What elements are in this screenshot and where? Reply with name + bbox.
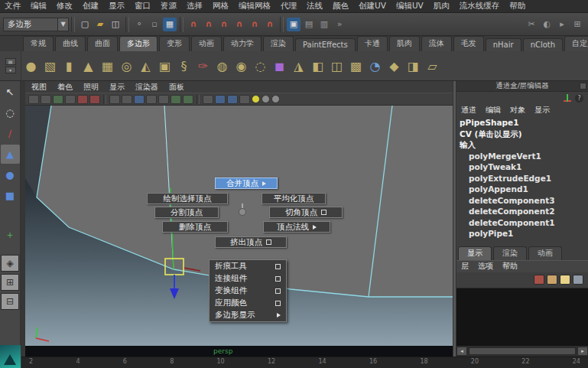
shelf-tab-ncloth[interactable]: nCloth bbox=[523, 38, 563, 51]
poly-cylinder-icon[interactable]: ▮ bbox=[60, 55, 79, 77]
shelf-tab-animation[interactable]: 动画 bbox=[191, 36, 222, 51]
viewport-menu-lighting[interactable]: 照明 bbox=[83, 82, 99, 93]
input-node-polyTweak1[interactable]: polyTweak1 bbox=[460, 161, 588, 173]
channelbox-menu-edit[interactable]: 编辑 bbox=[486, 105, 501, 116]
motion-blur-icon[interactable] bbox=[239, 95, 250, 104]
quad-draw-icon[interactable]: ▱ bbox=[423, 55, 442, 77]
persp-layout-thumbnail[interactable] bbox=[0, 345, 21, 368]
viewport-menu-panels[interactable]: 面板 bbox=[169, 82, 184, 93]
menu-create[interactable]: 创建 bbox=[83, 1, 99, 11]
viewport-menu-shading[interactable]: 着色 bbox=[57, 82, 73, 93]
open-render-view-icon[interactable]: ✂ bbox=[525, 18, 538, 31]
snap-to-curve-icon[interactable]: ∩ bbox=[202, 18, 216, 31]
menu-mesh[interactable]: 网格 bbox=[213, 1, 229, 11]
shelf-tab-fluids[interactable]: 流体 bbox=[421, 36, 452, 51]
snap-to-point-icon[interactable]: ∩ bbox=[217, 18, 231, 31]
statusline-divider[interactable] bbox=[125, 17, 129, 32]
layer-tab-display[interactable]: 显示 bbox=[458, 246, 492, 260]
merge-vertex-icon[interactable]: ◆ bbox=[385, 55, 404, 77]
input-node-deleteComponent3[interactable]: deleteComponent3 bbox=[460, 195, 588, 207]
marking-menu-paint-select-vertices[interactable]: 绘制选择顶点 bbox=[147, 193, 228, 204]
shelf-tab-curves[interactable]: 曲线 bbox=[55, 36, 86, 51]
menu-item-polygon-display[interactable]: 多边形显示 bbox=[210, 309, 286, 321]
option-box-icon[interactable] bbox=[275, 276, 281, 282]
grid-icon[interactable] bbox=[65, 95, 76, 104]
combine-icon[interactable]: ◉ bbox=[232, 55, 251, 77]
paint-select-tool-icon[interactable]: ∕ bbox=[1, 124, 20, 143]
wireframe-mode-icon[interactable] bbox=[158, 95, 169, 104]
menu-color[interactable]: 颜色 bbox=[333, 1, 349, 11]
panel-corner-icon[interactable] bbox=[580, 83, 586, 90]
viewport-canvas[interactable]: 合并顶点 绘制选择顶点 平均化顶点 分割顶点 切角顶点 删除顶点 顶点法线 bbox=[25, 106, 453, 346]
time-slider[interactable]: 2 4 6 8 10 12 14 16 18 20 22 24 bbox=[21, 357, 588, 368]
universal-manipulator-icon[interactable]: ＋ bbox=[1, 225, 20, 244]
menu-item-crease-tool[interactable]: 折痕工具 bbox=[210, 260, 286, 272]
channel-box-title-bar[interactable]: 通道盒/层编辑器 bbox=[456, 81, 588, 92]
shaded-mode-icon[interactable] bbox=[171, 95, 181, 104]
poly-helix-icon[interactable]: § bbox=[174, 55, 193, 77]
layer-menu-options[interactable]: 选项 bbox=[478, 261, 493, 272]
menu-create-uv[interactable]: 创建UV bbox=[359, 1, 386, 11]
marking-menu-chamfer-vertex[interactable]: 切角顶点 bbox=[269, 207, 343, 218]
shelf-tab-toon[interactable]: 卡通 bbox=[357, 36, 388, 51]
open-scene-icon[interactable]: ▰ bbox=[93, 18, 107, 31]
menu-edit[interactable]: 编辑 bbox=[31, 1, 47, 11]
shadows-icon[interactable] bbox=[215, 95, 226, 104]
shelf-tab-surfaces[interactable]: 曲面 bbox=[87, 36, 118, 51]
menu-file[interactable]: 文件 bbox=[5, 1, 21, 11]
option-box-icon[interactable] bbox=[275, 288, 281, 294]
shelf-tab-general[interactable]: 常规 bbox=[23, 36, 54, 51]
manipulator-z-cone[interactable] bbox=[170, 288, 179, 299]
separate-icon[interactable]: ◌ bbox=[251, 55, 270, 77]
bookmarks-icon[interactable] bbox=[41, 95, 51, 104]
camera-attributes-icon[interactable] bbox=[28, 95, 39, 104]
option-box-icon[interactable] bbox=[275, 264, 281, 269]
layer-menu-help[interactable]: 帮助 bbox=[502, 261, 518, 272]
poly-plane-icon[interactable]: ▦ bbox=[98, 55, 117, 77]
shelf-tab-fur[interactable]: 毛发 bbox=[453, 36, 484, 51]
menuset-dropdown-arrow-icon[interactable]: ▼ bbox=[58, 18, 69, 31]
marking-menu-merge-vertices[interactable]: 合并顶点 bbox=[215, 177, 278, 189]
menu-edit-mesh[interactable]: 编辑网格 bbox=[239, 1, 271, 11]
scale-tool-icon[interactable]: ■ bbox=[1, 186, 20, 205]
new-layer-assign-selected-icon[interactable] bbox=[547, 275, 557, 285]
two-pane-layout-button[interactable]: ⊟ bbox=[1, 293, 19, 310]
input-node-polyExtrudeEdge1[interactable]: polyExtrudeEdge1 bbox=[460, 173, 588, 184]
lasso-tool-icon[interactable]: ◌ bbox=[1, 103, 20, 122]
channelbox-menu-channels[interactable]: 通道 bbox=[461, 105, 476, 116]
new-scene-icon[interactable]: ▢ bbox=[78, 18, 92, 31]
input-node-polyMergeVert1[interactable]: polyMergeVert1 bbox=[460, 151, 588, 162]
layer-list-empty-area[interactable] bbox=[456, 288, 588, 347]
textured-mode-icon[interactable] bbox=[183, 95, 193, 104]
channel-manipulator-icon[interactable] bbox=[563, 93, 572, 103]
viewport-menu-view[interactable]: 视图 bbox=[31, 82, 47, 93]
render-current-frame-icon[interactable]: ◐ bbox=[540, 18, 554, 31]
statusline-divider[interactable] bbox=[280, 17, 284, 32]
safe-action-icon[interactable] bbox=[134, 95, 145, 104]
menu-display[interactable]: 显示 bbox=[109, 1, 125, 11]
statusline-divider[interactable] bbox=[180, 17, 184, 32]
shelf-tab-muscle[interactable]: 肌肉 bbox=[389, 36, 420, 51]
screen-space-ao-icon[interactable] bbox=[227, 95, 238, 104]
select-by-object-icon[interactable]: ▫ bbox=[148, 18, 161, 31]
use-all-lights-icon[interactable] bbox=[203, 95, 213, 104]
new-empty-layer-icon[interactable] bbox=[534, 275, 544, 285]
field-chart-icon[interactable] bbox=[122, 95, 132, 104]
image-plane-icon[interactable] bbox=[53, 95, 63, 104]
viewport-menu-show[interactable]: 显示 bbox=[109, 82, 125, 93]
select-by-hierarchy-icon[interactable]: ⚬ bbox=[132, 18, 146, 31]
menu-select[interactable]: 选择 bbox=[187, 1, 203, 11]
snap-to-grid-icon[interactable]: ∩ bbox=[187, 18, 200, 31]
shelf-arrow-icon[interactable]: ▾ bbox=[5, 67, 16, 73]
shelf-tab-nhair[interactable]: nHair bbox=[486, 38, 521, 51]
input-node-deleteComponent2[interactable]: deleteComponent2 bbox=[460, 206, 588, 217]
make-live-icon[interactable]: ∩ bbox=[263, 18, 277, 31]
gate-mask-icon[interactable] bbox=[109, 95, 120, 104]
shelf-tab-custom[interactable]: 自定义 bbox=[564, 36, 588, 51]
film-gate-icon[interactable] bbox=[77, 95, 88, 104]
input-node-polyPipe1[interactable]: polyPipe1 bbox=[460, 228, 588, 239]
layer-options-icon[interactable] bbox=[573, 275, 583, 285]
rotate-tool-icon[interactable]: ● bbox=[1, 165, 20, 184]
marking-menu-delete-vertex[interactable]: 删除顶点 bbox=[162, 221, 228, 233]
menu-item-transform-component[interactable]: 变换组件 bbox=[210, 285, 286, 297]
